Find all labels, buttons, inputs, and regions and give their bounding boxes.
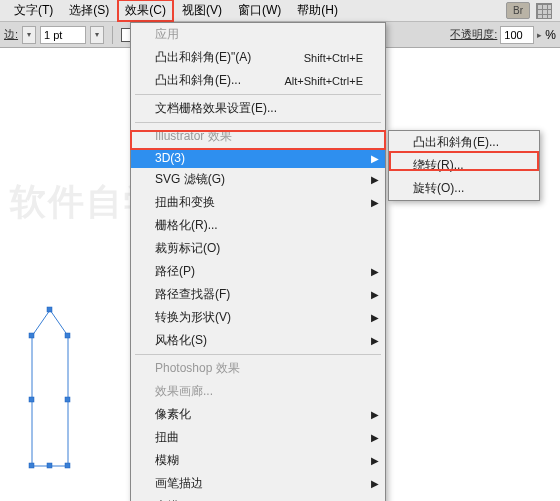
submenu-arrow-icon: ▶ bbox=[371, 455, 379, 466]
svg-rect-6 bbox=[47, 463, 52, 468]
submenu-item-1[interactable]: 绕转(R)... bbox=[389, 154, 539, 177]
svg-rect-4 bbox=[65, 397, 70, 402]
menu-help[interactable]: 帮助(H) bbox=[289, 0, 346, 22]
menu-item-label: 风格化(S) bbox=[155, 332, 207, 349]
menu-item-ps-5[interactable]: 素描▶ bbox=[131, 495, 385, 501]
svg-rect-3 bbox=[29, 397, 34, 402]
menu-item-ill-4[interactable]: 裁剪标记(O) bbox=[131, 237, 385, 260]
menu-item-label: 文档栅格效果设置(E)... bbox=[155, 100, 277, 117]
menu-item-ill-5[interactable]: 路径(P)▶ bbox=[131, 260, 385, 283]
menu-item-ps-2[interactable]: 扭曲▶ bbox=[131, 426, 385, 449]
menu-item-ps-4[interactable]: 画笔描边▶ bbox=[131, 472, 385, 495]
menu-shortcut: Shift+Ctrl+E bbox=[304, 52, 363, 64]
opacity-arrow-icon[interactable]: ▸ bbox=[537, 30, 542, 40]
menu-item-label: 路径(P) bbox=[155, 263, 195, 280]
menu-item-ill-0[interactable]: 3D(3)▶ bbox=[131, 148, 385, 168]
submenu-arrow-icon: ▶ bbox=[371, 312, 379, 323]
submenu-arrow-icon: ▶ bbox=[371, 409, 379, 420]
stroke-unit-dropdown[interactable]: ▾ bbox=[90, 26, 104, 44]
svg-rect-0 bbox=[29, 333, 34, 338]
menu-text[interactable]: 文字(T) bbox=[6, 0, 61, 22]
submenu-item-0[interactable]: 凸出和斜角(E)... bbox=[389, 131, 539, 154]
menu-separator bbox=[135, 122, 381, 123]
menu-item-top-0: 应用 bbox=[131, 23, 385, 46]
menu-item-ill-8[interactable]: 风格化(S)▶ bbox=[131, 329, 385, 352]
menu-item-label: 扭曲 bbox=[155, 429, 179, 446]
submenu-arrow-icon: ▶ bbox=[371, 197, 379, 208]
svg-rect-7 bbox=[65, 463, 70, 468]
menu-section-header: Illustrator 效果 bbox=[131, 125, 385, 148]
menu-item-label: 绕转(R)... bbox=[413, 157, 464, 174]
menu-item-label: 转换为形状(V) bbox=[155, 309, 231, 326]
submenu-arrow-icon: ▶ bbox=[371, 478, 379, 489]
menu-item-label: 像素化 bbox=[155, 406, 191, 423]
stroke-label: 边: bbox=[4, 27, 18, 42]
menu-item-label: 凸出和斜角(E)... bbox=[155, 72, 241, 89]
menu-item-top-2[interactable]: 凸出和斜角(E)...Alt+Shift+Ctrl+E bbox=[131, 69, 385, 92]
menu-item-ps-3[interactable]: 模糊▶ bbox=[131, 449, 385, 472]
stroke-dropdown-icon[interactable]: ▾ bbox=[22, 26, 36, 44]
menu-item-label: 应用 bbox=[155, 26, 179, 43]
opacity-label: 不透明度: bbox=[450, 27, 497, 42]
menu-item-ill-7[interactable]: 转换为形状(V)▶ bbox=[131, 306, 385, 329]
3d-submenu: 凸出和斜角(E)...绕转(R)...旋转(O)... bbox=[388, 130, 540, 201]
stroke-input[interactable] bbox=[40, 26, 86, 44]
menu-item-label: 画笔描边 bbox=[155, 475, 203, 492]
menu-effect[interactable]: 效果(C) bbox=[117, 0, 174, 22]
svg-rect-5 bbox=[29, 463, 34, 468]
selected-path[interactable] bbox=[22, 306, 78, 474]
menu-item-label: 模糊 bbox=[155, 452, 179, 469]
menu-item-top-1[interactable]: 凸出和斜角(E)"(A)Shift+Ctrl+E bbox=[131, 46, 385, 69]
submenu-arrow-icon: ▶ bbox=[371, 289, 379, 300]
svg-rect-2 bbox=[65, 333, 70, 338]
effect-menu: 应用凸出和斜角(E)"(A)Shift+Ctrl+E凸出和斜角(E)...Alt… bbox=[130, 22, 386, 501]
menu-item-label: 3D(3) bbox=[155, 151, 185, 165]
submenu-arrow-icon: ▶ bbox=[371, 266, 379, 277]
menu-item-label: 栅格化(R)... bbox=[155, 217, 218, 234]
menu-item-doc-raster[interactable]: 文档栅格效果设置(E)... bbox=[131, 97, 385, 120]
menu-bar: 文字(T) 选择(S) 效果(C) 视图(V) 窗口(W) 帮助(H) Br bbox=[0, 0, 560, 22]
menu-item-ps-1[interactable]: 像素化▶ bbox=[131, 403, 385, 426]
menu-item-label: 凸出和斜角(E)... bbox=[413, 134, 499, 151]
submenu-arrow-icon: ▶ bbox=[371, 174, 379, 185]
menu-shortcut: Alt+Shift+Ctrl+E bbox=[284, 75, 363, 87]
submenu-arrow-icon: ▶ bbox=[371, 153, 379, 164]
menu-section-header: Photoshop 效果 bbox=[131, 357, 385, 380]
menu-item-label: 扭曲和变换 bbox=[155, 194, 215, 211]
menu-separator bbox=[135, 354, 381, 355]
menu-item-label: 路径查找器(F) bbox=[155, 286, 230, 303]
menu-item-ill-6[interactable]: 路径查找器(F)▶ bbox=[131, 283, 385, 306]
grid-icon[interactable] bbox=[536, 3, 552, 19]
submenu-item-2[interactable]: 旋转(O)... bbox=[389, 177, 539, 200]
menu-item-label: 效果画廊... bbox=[155, 383, 213, 400]
menu-item-label: 旋转(O)... bbox=[413, 180, 464, 197]
submenu-arrow-icon: ▶ bbox=[371, 432, 379, 443]
svg-rect-1 bbox=[47, 307, 52, 312]
menu-item-ps-0: 效果画廊... bbox=[131, 380, 385, 403]
menu-view[interactable]: 视图(V) bbox=[174, 0, 230, 22]
menu-item-ill-3[interactable]: 栅格化(R)... bbox=[131, 214, 385, 237]
menu-item-ill-1[interactable]: SVG 滤镜(G)▶ bbox=[131, 168, 385, 191]
menu-item-label: SVG 滤镜(G) bbox=[155, 171, 225, 188]
opacity-unit: % bbox=[545, 28, 556, 42]
menu-item-ill-2[interactable]: 扭曲和变换▶ bbox=[131, 191, 385, 214]
bridge-button[interactable]: Br bbox=[506, 2, 530, 19]
menu-window[interactable]: 窗口(W) bbox=[230, 0, 289, 22]
menu-separator bbox=[135, 94, 381, 95]
menu-select[interactable]: 选择(S) bbox=[61, 0, 117, 22]
separator bbox=[112, 26, 113, 44]
submenu-arrow-icon: ▶ bbox=[371, 335, 379, 346]
menu-item-label: 凸出和斜角(E)"(A) bbox=[155, 49, 251, 66]
menu-item-label: 裁剪标记(O) bbox=[155, 240, 220, 257]
opacity-input[interactable] bbox=[500, 26, 534, 44]
